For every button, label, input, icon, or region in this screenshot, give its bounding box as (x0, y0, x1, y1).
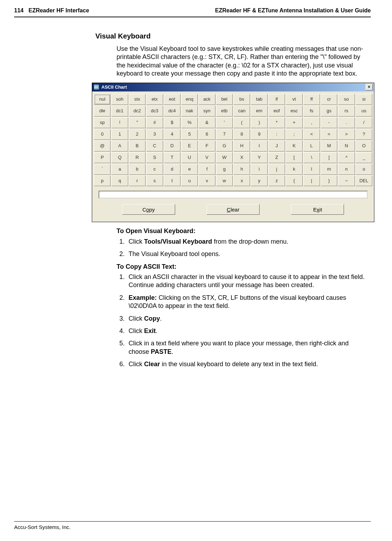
close-icon[interactable]: × (366, 84, 373, 90)
ascii-key[interactable]: us (356, 106, 372, 117)
ascii-key[interactable]: | (303, 176, 320, 186)
ascii-key[interactable]: & (198, 117, 215, 128)
ascii-key[interactable]: z (268, 176, 285, 186)
ascii-key[interactable]: ack (198, 94, 215, 105)
ascii-key[interactable]: dle (94, 106, 111, 117)
ascii-key[interactable]: dc2 (129, 106, 145, 117)
ascii-key[interactable]: ^ (338, 152, 355, 163)
ascii-key[interactable]: { (286, 176, 302, 186)
ascii-key[interactable]: n (338, 164, 355, 175)
ascii-key[interactable]: ; (286, 129, 302, 140)
exit-button[interactable]: Exit (291, 204, 344, 215)
ascii-key[interactable]: etx (146, 94, 163, 105)
ascii-key[interactable]: P (94, 152, 111, 163)
ascii-key[interactable]: V (198, 152, 215, 163)
ascii-key[interactable]: m (321, 164, 337, 175)
ascii-key[interactable]: so (338, 94, 355, 105)
ascii-key[interactable]: ] (321, 152, 337, 163)
ascii-key[interactable]: s (146, 176, 163, 186)
ascii-key[interactable]: # (146, 117, 163, 128)
ascii-key[interactable]: 5 (181, 129, 198, 140)
ascii-key[interactable]: DEL (356, 176, 372, 186)
ascii-key[interactable]: ) (251, 117, 267, 128)
ascii-key[interactable]: ` (94, 164, 111, 175)
ascii-key[interactable]: ? (356, 129, 372, 140)
ascii-key[interactable]: , (303, 117, 320, 128)
ascii-key[interactable]: @ (94, 141, 111, 151)
ascii-key[interactable]: y (251, 176, 267, 186)
ascii-key[interactable]: O (356, 141, 372, 151)
ascii-key[interactable]: I (251, 141, 267, 151)
ascii-key[interactable]: etb (216, 106, 233, 117)
ascii-key[interactable]: S (146, 152, 163, 163)
ascii-key[interactable]: can (233, 106, 250, 117)
ascii-key[interactable]: u (181, 176, 198, 186)
ascii-key[interactable]: lf (268, 94, 285, 105)
ascii-key[interactable]: k (286, 164, 302, 175)
ascii-key[interactable]: K (286, 141, 302, 151)
ascii-key[interactable]: fs (303, 106, 320, 117)
ascii-key[interactable]: % (181, 117, 198, 128)
ascii-key[interactable]: } (321, 176, 337, 186)
ascii-key[interactable]: esc (286, 106, 302, 117)
ascii-key[interactable]: A (111, 141, 128, 151)
ascii-key[interactable]: 9 (251, 129, 267, 140)
ascii-key[interactable]: o (356, 164, 372, 175)
ascii-key[interactable]: U (181, 152, 198, 163)
copy-button[interactable]: Copy (122, 204, 175, 215)
ascii-key[interactable]: W (216, 152, 233, 163)
ascii-key[interactable]: R (129, 152, 145, 163)
ascii-key[interactable]: M (321, 141, 337, 151)
ascii-key[interactable]: a (111, 164, 128, 175)
ascii-key[interactable]: bel (216, 94, 233, 105)
ascii-key[interactable]: 0 (94, 129, 111, 140)
ascii-key[interactable]: x (233, 176, 250, 186)
ascii-key[interactable]: 3 (146, 129, 163, 140)
ascii-key[interactable]: enq (181, 94, 198, 105)
ascii-key[interactable]: em (251, 106, 267, 117)
ascii-key[interactable]: $ (164, 117, 180, 128)
ascii-key[interactable]: . (338, 117, 355, 128)
ascii-key[interactable]: rs (338, 106, 355, 117)
ascii-key[interactable]: L (303, 141, 320, 151)
ascii-key[interactable]: b (129, 164, 145, 175)
ascii-key[interactable]: t (164, 176, 180, 186)
ascii-key[interactable]: e (181, 164, 198, 175)
ascii-key[interactable]: G (216, 141, 233, 151)
ascii-key[interactable]: g (216, 164, 233, 175)
ascii-key[interactable]: f (198, 164, 215, 175)
ascii-key[interactable]: c (146, 164, 163, 175)
ascii-key[interactable]: < (303, 129, 320, 140)
ascii-key[interactable]: w (216, 176, 233, 186)
ascii-key[interactable]: 6 (198, 129, 215, 140)
ascii-key[interactable]: ( (233, 117, 250, 128)
ascii-key[interactable]: si (356, 94, 372, 105)
ascii-key[interactable]: C (146, 141, 163, 151)
ascii-key[interactable]: - (321, 117, 337, 128)
ascii-key[interactable]: ~ (338, 176, 355, 186)
ascii-key[interactable]: ff (303, 94, 320, 105)
ascii-key[interactable]: B (129, 141, 145, 151)
ascii-key[interactable]: p (94, 176, 111, 186)
ascii-key[interactable]: i (251, 164, 267, 175)
ascii-key[interactable]: * (268, 117, 285, 128)
ascii-key[interactable]: J (268, 141, 285, 151)
ascii-key[interactable]: gs (321, 106, 337, 117)
ascii-key[interactable]: 2 (129, 129, 145, 140)
ascii-key[interactable]: syn (198, 106, 215, 117)
ascii-key[interactable]: tab (251, 94, 267, 105)
ascii-key[interactable]: eot (164, 94, 180, 105)
ascii-key[interactable]: nak (181, 106, 198, 117)
ascii-key[interactable]: d (164, 164, 180, 175)
ascii-key[interactable]: Q (111, 152, 128, 163)
ascii-key[interactable]: h (233, 164, 250, 175)
ascii-key[interactable]: soh (111, 94, 128, 105)
ascii-key[interactable]: X (233, 152, 250, 163)
ascii-key[interactable]: 4 (164, 129, 180, 140)
ascii-key[interactable]: v (198, 176, 215, 186)
ascii-key[interactable]: > (338, 129, 355, 140)
ascii-key[interactable]: vt (286, 94, 302, 105)
ascii-key[interactable]: dc4 (164, 106, 180, 117)
ascii-key[interactable]: F (198, 141, 215, 151)
ascii-key[interactable]: N (338, 141, 355, 151)
